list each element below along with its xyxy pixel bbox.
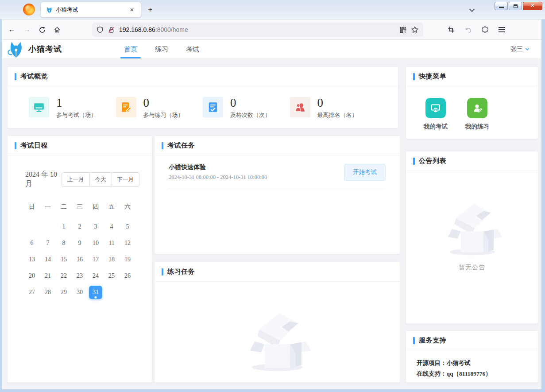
calendar-day[interactable]: 27 xyxy=(24,284,40,300)
calendar-day[interactable]: 6 xyxy=(24,235,40,251)
stat-value: 0 xyxy=(317,97,358,109)
support-line-contact: 在线支持：qq（811189776） xyxy=(417,369,527,379)
nav-item-home[interactable]: 首页 xyxy=(115,40,146,58)
calendar-day[interactable]: 2 xyxy=(72,218,88,235)
calendar-weekday: 四 xyxy=(88,198,104,215)
calendar-weekday: 六 xyxy=(120,198,135,215)
calendar-day[interactable]: 23 xyxy=(72,268,88,284)
calendar-month-label: 2024 年 10 月 xyxy=(25,170,62,189)
maximize-button[interactable] xyxy=(509,2,522,10)
start-exam-button[interactable]: 开始考试 xyxy=(344,164,386,181)
calendar-day[interactable]: 31 xyxy=(88,284,104,300)
new-tab-button[interactable]: + xyxy=(145,4,155,15)
browser-tab[interactable]: 小猫考试 × xyxy=(41,2,141,17)
calendar-weekday: 日 xyxy=(24,198,40,215)
stat-practice-joined: 0 参与练习（场） xyxy=(116,97,203,119)
stat-value: 1 xyxy=(56,97,97,109)
calendar-day[interactable]: 15 xyxy=(56,251,72,268)
window-frame-left xyxy=(0,19,2,392)
quick-item-my-practice[interactable]: 我的练习 xyxy=(465,98,489,131)
today-button[interactable]: 今天 xyxy=(90,172,112,187)
card-header: 练习任务 xyxy=(155,262,400,282)
card-title: 公告列表 xyxy=(419,157,446,165)
user-menu[interactable]: 张三 xyxy=(510,45,530,53)
calendar-day[interactable]: 22 xyxy=(56,268,72,284)
empty-state xyxy=(155,300,400,373)
list-tabs-chevron-icon[interactable] xyxy=(467,5,477,15)
doc-check-icon xyxy=(203,97,223,117)
calendar-day[interactable]: 11 xyxy=(104,235,120,251)
stat-value: 0 xyxy=(143,97,184,109)
firefox-logo-icon xyxy=(23,4,35,16)
calendar-day[interactable]: 13 xyxy=(24,251,40,268)
next-month-button[interactable]: 下一月 xyxy=(112,172,140,187)
prev-month-button[interactable]: 上一月 xyxy=(62,172,90,187)
screenshot-crop-icon[interactable] xyxy=(445,23,458,36)
task-name: 小猫快速体验 xyxy=(169,163,344,171)
calendar-day[interactable]: 4 xyxy=(104,218,120,235)
card-title: 练习任务 xyxy=(167,268,195,276)
stats-row: 1 参与考试（场） 0 参与练习（场） 0 及格次数（次） xyxy=(8,86,398,119)
stat-label: 参与考试（场） xyxy=(56,111,97,119)
back-icon[interactable]: ← xyxy=(5,23,19,36)
calendar-day[interactable]: 17 xyxy=(88,251,104,268)
forward-icon[interactable]: → xyxy=(20,23,34,36)
calendar-day[interactable]: 24 xyxy=(88,268,104,284)
calendar-day[interactable]: 3 xyxy=(88,218,104,235)
toolbar-extensions-area xyxy=(445,23,508,36)
calendar-day[interactable]: 18 xyxy=(104,251,120,268)
calendar-day[interactable]: 8 xyxy=(56,235,72,251)
home-icon[interactable] xyxy=(50,23,64,36)
calendar-day[interactable]: 19 xyxy=(120,251,135,268)
practice-tasks-card: 练习任务 xyxy=(154,262,400,383)
lock-insecure-icon[interactable] xyxy=(108,26,115,34)
stat-label: 最高排名（名） xyxy=(317,111,358,119)
extensions-puzzle-icon[interactable] xyxy=(478,23,491,36)
calendar-day[interactable]: 1 xyxy=(56,218,72,235)
calendar-day[interactable]: 14 xyxy=(40,251,56,268)
exam-tasks-card: 考试任务 小猫快速体验 2024-10-31 08:00:00 - 2024-1… xyxy=(154,136,400,254)
quick-item-my-exams[interactable]: 我的考试 xyxy=(424,98,448,131)
calendar-grid: 日一二三四五六123456789101112131415161718192021… xyxy=(8,198,152,300)
menu-hamburger-icon[interactable] xyxy=(495,23,508,36)
calendar-day[interactable]: 25 xyxy=(104,268,120,284)
card-title: 服务支持 xyxy=(419,336,446,345)
minimize-button[interactable] xyxy=(495,2,508,10)
card-header: 快捷菜单 xyxy=(406,67,538,86)
bookmark-star-icon[interactable] xyxy=(411,26,419,34)
calendar-toolbar: 2024 年 10 月 上一月 今天 下一月 xyxy=(8,155,152,189)
card-header: 公告列表 xyxy=(406,151,538,171)
calendar-day[interactable]: 20 xyxy=(24,268,40,284)
calendar-day[interactable]: 16 xyxy=(72,251,88,268)
url-text[interactable]: 192.168.0.86:8000/home xyxy=(119,26,395,33)
window-frame-bottom xyxy=(0,389,545,392)
announcements-card: 公告列表 暂无公告 xyxy=(406,151,538,324)
stat-label: 及格次数（次） xyxy=(230,111,271,119)
calendar-day[interactable]: 28 xyxy=(40,284,56,300)
calendar-day[interactable]: 29 xyxy=(56,284,72,300)
browser-toolbar: ← → 192.168.0.86:8000/home xyxy=(0,20,545,40)
calendar-day[interactable]: 21 xyxy=(40,268,56,284)
tab-close-icon[interactable]: × xyxy=(128,5,136,14)
window-controls: ✕ xyxy=(495,2,542,10)
calendar-day-empty xyxy=(24,218,40,235)
import-undo-icon[interactable] xyxy=(461,23,475,36)
calendar-day[interactable]: 7 xyxy=(40,235,56,251)
calendar-day[interactable]: 26 xyxy=(120,268,135,284)
nav-item-exam[interactable]: 考试 xyxy=(177,40,208,58)
qr-code-icon[interactable] xyxy=(399,26,407,34)
calendar-day[interactable]: 9 xyxy=(72,235,88,251)
url-bar[interactable]: 192.168.0.86:8000/home xyxy=(92,23,423,37)
card-header: 考试任务 xyxy=(155,136,400,155)
calendar-day[interactable]: 30 xyxy=(72,284,88,300)
calendar-day[interactable]: 12 xyxy=(120,235,135,251)
calendar-day[interactable]: 5 xyxy=(120,218,135,235)
card-header: 服务支持 xyxy=(406,331,538,350)
calendar-weekday: 三 xyxy=(72,198,88,215)
nav-item-practice[interactable]: 练习 xyxy=(146,40,177,58)
shield-icon[interactable] xyxy=(97,26,104,33)
close-button[interactable]: ✕ xyxy=(523,2,542,10)
calendar-day[interactable]: 10 xyxy=(88,235,104,251)
reload-icon[interactable] xyxy=(35,23,49,36)
quick-label: 我的考试 xyxy=(424,123,448,131)
